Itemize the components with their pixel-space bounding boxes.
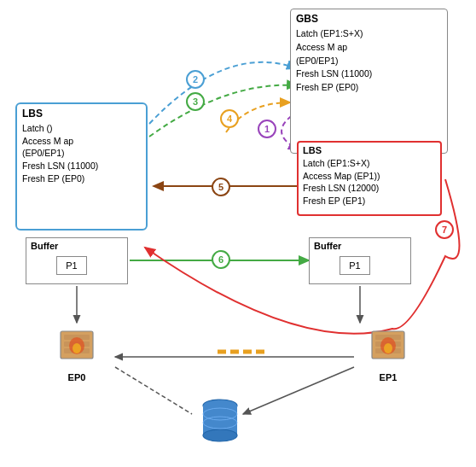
svg-point-9 <box>73 343 81 353</box>
lbs-right-title: LBS <box>303 145 436 155</box>
lbs-right-line1: Latch (EP1:S+X) <box>303 157 436 170</box>
lbs-right-line3: Fresh LSN (12000) <box>303 182 436 195</box>
circle-1: 1 <box>258 120 276 138</box>
ep0-server: EP0 <box>47 324 107 384</box>
svg-point-15 <box>384 343 392 353</box>
lbs-left-box: LBS Latch () Access M ap (EP0/EP1) Fresh… <box>15 102 148 231</box>
ep1-label: EP1 <box>380 372 398 382</box>
gbs-line2: Access M ap <box>296 41 442 55</box>
lbs-left-content: Latch () Access M ap (EP0/EP1) Fresh LSN… <box>22 122 141 184</box>
lbs-left-line4: Fresh LSN (11000) <box>22 160 141 172</box>
lbs-left-line1: Latch () <box>22 122 141 135</box>
db-svg <box>199 397 241 447</box>
circle-7: 7 <box>435 220 454 239</box>
svg-point-18 <box>203 429 237 441</box>
gbs-content: Latch (EP1:S+X) Access M ap (EP0/EP1) Fr… <box>296 27 442 95</box>
buffer-right-p1: P1 <box>340 256 370 275</box>
lbs-right-line4: Fresh EP (EP1) <box>303 195 436 207</box>
gbs-line4: Fresh LSN (11000) <box>296 67 442 81</box>
buffer-left-title: Buffer <box>31 241 58 251</box>
buffer-right-title: Buffer <box>314 241 341 251</box>
circle-4: 4 <box>220 109 239 128</box>
lbs-left-title: LBS <box>22 108 141 120</box>
diagram-container: LBS Latch () Access M ap (EP0/EP1) Fresh… <box>0 0 476 467</box>
circle-2: 2 <box>186 70 205 89</box>
circle-3: 3 <box>186 92 205 111</box>
gbs-title: GBS <box>296 13 442 25</box>
buffer-right-box: Buffer P1 <box>309 237 411 284</box>
gbs-line1: Latch (EP1:S+X) <box>296 27 442 41</box>
ep1-server-icon <box>365 324 411 371</box>
gbs-line5: Fresh EP (EP0) <box>296 81 442 95</box>
lbs-left-line3: (EP0/EP1) <box>22 147 141 160</box>
lbs-right-content: Latch (EP1:S+X) Access Map (EP1)) Fresh … <box>303 157 436 207</box>
buffer-left-box: Buffer P1 <box>26 237 128 284</box>
buffer-left-p1: P1 <box>56 256 87 275</box>
gbs-line3: (EP0/EP1) <box>296 55 442 68</box>
circle-6: 6 <box>212 250 230 269</box>
lbs-right-line2: Access Map (EP1)) <box>303 170 436 183</box>
lbs-left-line2: Access M ap <box>22 135 141 148</box>
lbs-left-line5: Fresh EP (EP0) <box>22 172 141 185</box>
gbs-right-box: GBS Latch (EP1:S+X) Access M ap (EP0/EP1… <box>290 9 448 154</box>
lbs-right-inner-box: LBS Latch (EP1:S+X) Access Map (EP1)) Fr… <box>297 141 442 216</box>
ep0-label: EP0 <box>68 372 86 382</box>
ep0-server-icon <box>54 324 100 371</box>
database-icon <box>194 397 246 452</box>
ep1-server: EP1 <box>358 324 418 384</box>
circle-5: 5 <box>212 178 230 196</box>
